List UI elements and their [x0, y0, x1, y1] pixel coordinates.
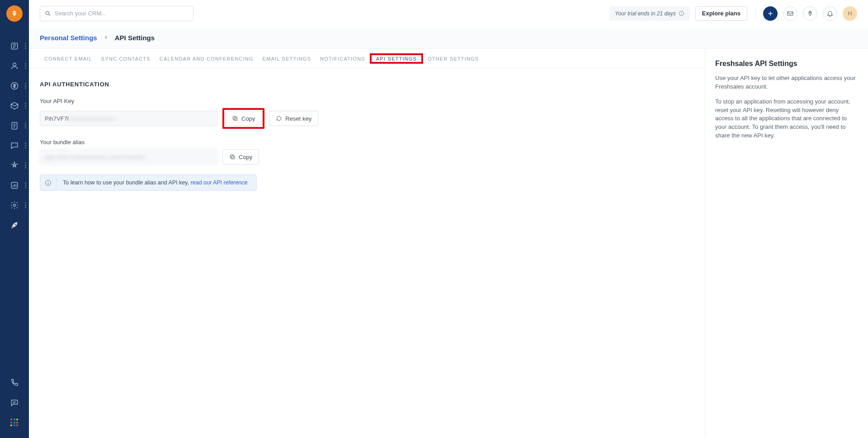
copy-icon	[229, 154, 236, 160]
nav-apps[interactable]	[0, 413, 29, 433]
breadcrumb-parent[interactable]: Personal Settings	[40, 34, 97, 42]
api-reference-link[interactable]: read our API reference	[191, 179, 248, 186]
tab-email-settings[interactable]: EMAIL SETTINGS	[258, 49, 316, 68]
svg-rect-9	[788, 12, 793, 15]
tab-sync-contacts[interactable]: SYNC CONTACTS	[97, 49, 155, 68]
svg-rect-14	[230, 155, 233, 158]
mail-button[interactable]	[783, 6, 797, 21]
svg-rect-12	[233, 116, 236, 119]
trial-text: Your trial ends in 21 days	[615, 10, 676, 17]
info-icon	[679, 10, 684, 16]
search-box[interactable]	[40, 6, 193, 21]
section-heading: API AUTHENTICATION	[40, 81, 344, 88]
chevron-right-icon	[104, 34, 108, 41]
nav-activities[interactable]	[0, 155, 29, 175]
api-key-label: Your API Key	[40, 98, 344, 104]
reset-key-button[interactable]: Reset key	[269, 111, 318, 126]
add-button[interactable]	[763, 6, 778, 21]
svg-point-10	[810, 12, 811, 13]
nav-phone[interactable]	[0, 373, 29, 393]
nav-deals[interactable]	[0, 76, 29, 96]
side-panel: Freshsales API Settings Use your API key…	[705, 49, 868, 438]
nav-products[interactable]	[0, 96, 29, 116]
whats-new-button[interactable]	[803, 6, 817, 21]
nav-analytics[interactable]	[0, 175, 29, 195]
info-icon	[40, 175, 57, 190]
svg-rect-11	[234, 118, 237, 121]
svg-point-5	[14, 204, 16, 207]
nav-settings[interactable]	[0, 195, 29, 215]
tab-other-settings[interactable]: OTHER SETTINGS	[423, 49, 483, 68]
tab-calendar-and-conferencing[interactable]: CALENDAR AND CONFERENCING	[155, 49, 258, 68]
plus-icon	[767, 10, 774, 17]
breadcrumb-current: API Settings	[115, 34, 155, 42]
bundle-alias-label: Your bundle alias	[40, 139, 344, 146]
trial-notice: Your trial ends in 21 days	[609, 6, 690, 21]
tab-connect-email[interactable]: CONNECT EMAIL	[40, 49, 97, 68]
svg-rect-13	[231, 156, 235, 159]
nav-chat[interactable]	[0, 393, 29, 413]
tab-notifications[interactable]: NOTIFICATIONS	[316, 49, 370, 68]
breadcrumb: Personal Settings API Settings	[29, 27, 868, 49]
search-input[interactable]	[55, 10, 189, 17]
left-nav	[0, 0, 29, 438]
notifications-button[interactable]	[823, 6, 837, 21]
tabs-row: CONNECT EMAILSYNC CONTACTSCALENDAR AND C…	[29, 49, 705, 68]
tab-api-settings[interactable]: API SETTINGS	[372, 49, 421, 68]
nav-launch[interactable]	[0, 215, 29, 235]
side-panel-p1: Use your API key to let other applicatio…	[715, 74, 857, 91]
bundle-alias-value: app-alias.myfreshworks.com/crm/sales	[40, 149, 218, 165]
svg-point-7	[46, 11, 49, 14]
topbar: Your trial ends in 21 days Explore plans…	[29, 0, 868, 27]
tab-highlight: API SETTINGS	[370, 53, 423, 64]
nav-dashboard[interactable]	[0, 36, 29, 56]
side-panel-p2: To stop an application from accessing yo…	[715, 98, 857, 140]
svg-point-1	[13, 63, 16, 66]
copy-highlight: Copy	[222, 108, 264, 129]
nav-contacts[interactable]	[0, 56, 29, 76]
copy-icon	[232, 115, 238, 122]
explore-plans-button[interactable]: Explore plans	[695, 6, 747, 21]
copy-alias-button[interactable]: Copy	[222, 149, 259, 165]
nav-tasks[interactable]	[0, 116, 29, 136]
api-key-value: Pih7VF7lxxxxxxxxxxxxxxxx	[40, 111, 218, 126]
info-banner: To learn how to use your bundle alias an…	[40, 174, 257, 191]
mail-icon	[787, 10, 794, 17]
search-icon	[45, 10, 51, 17]
divider	[755, 8, 756, 19]
brand-logo[interactable]	[6, 5, 23, 22]
svg-point-6	[14, 224, 16, 225]
side-panel-title: Freshsales API Settings	[715, 60, 857, 68]
bell-icon	[826, 10, 834, 17]
reset-icon	[276, 115, 282, 122]
copy-api-key-button[interactable]: Copy	[225, 111, 262, 126]
nav-conversations[interactable]	[0, 136, 29, 155]
rocket-icon	[807, 10, 814, 17]
info-text: To learn how to use your bundle alias an…	[63, 179, 191, 186]
avatar[interactable]: H	[843, 6, 857, 21]
